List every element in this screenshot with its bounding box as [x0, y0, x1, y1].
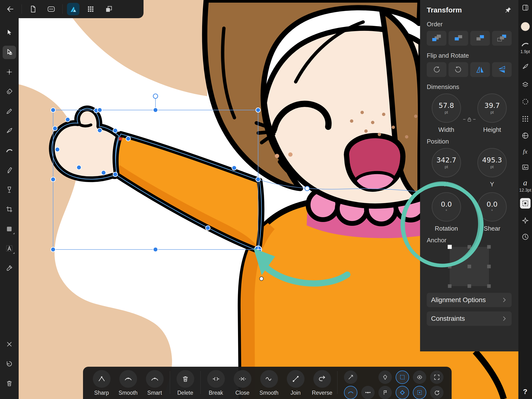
panel-layout-button[interactable]	[521, 4, 529, 12]
anchor-top-right[interactable]	[487, 245, 491, 249]
move-backward-button[interactable]	[470, 31, 490, 46]
anchor-bottom-left[interactable]	[448, 285, 451, 288]
document-button[interactable]	[26, 2, 40, 16]
width-dial[interactable]: 57.8 pt	[432, 94, 461, 123]
node-action-smooth[interactable]: Smooth	[115, 370, 141, 396]
layers-panel-button[interactable]	[521, 81, 529, 89]
fill-tool[interactable]	[3, 183, 16, 196]
affinity-designer-logo[interactable]	[67, 3, 79, 15]
alignment-options-label: Alignment Options	[431, 296, 486, 304]
x-dial[interactable]: 342.7 pt	[432, 148, 461, 177]
text-tool[interactable]	[3, 242, 16, 255]
node-action-join[interactable]: Join	[282, 370, 309, 396]
more-options-button[interactable]	[44, 2, 58, 16]
ellipsis-icon	[47, 5, 55, 13]
node-tool[interactable]	[3, 46, 16, 59]
anchor-middle-left[interactable]	[448, 265, 451, 268]
anchor-top-center[interactable]	[467, 245, 471, 249]
transform-mode-toggle[interactable]	[344, 371, 357, 384]
rotate-counterclockwise-button[interactable]	[449, 62, 468, 77]
stroke-panel-button[interactable]: 1.9pt	[520, 41, 530, 54]
selected-node-red[interactable]	[119, 137, 122, 140]
rotate-ccw-icon	[453, 65, 464, 74]
y-dial[interactable]: 495.3 pt	[477, 148, 507, 177]
media-panel-button[interactable]	[521, 163, 529, 171]
paint-brush-tool[interactable]	[3, 124, 16, 138]
marquee-select-toggle[interactable]	[396, 371, 409, 384]
preview-toggle[interactable]	[413, 371, 426, 384]
typography-panel-button[interactable]: a 12.3pt	[519, 179, 531, 193]
flip-horizontal-button[interactable]	[470, 62, 490, 77]
color-swatch-button[interactable]	[521, 22, 530, 31]
pencil-tool[interactable]	[3, 105, 16, 118]
effects-panel-button[interactable]: fx	[523, 149, 527, 155]
node-action-delete[interactable]: Delete	[172, 370, 199, 396]
show-handles-toggle[interactable]	[361, 386, 375, 399]
snap-center-toggle[interactable]	[396, 386, 409, 399]
anchor-middle-right[interactable]	[487, 265, 491, 268]
anchor-bottom-right[interactable]	[487, 285, 491, 288]
vector-brush-tool[interactable]	[3, 144, 16, 157]
shear-dial[interactable]: 0.0 °	[477, 192, 507, 222]
crop-tool[interactable]	[3, 203, 16, 216]
constraints-row[interactable]: Constraints	[427, 311, 512, 326]
transform-origin-toggle[interactable]	[413, 386, 426, 399]
zoom-fit-toggle[interactable]	[430, 371, 443, 384]
node-action-sharp[interactable]: Sharp	[88, 370, 115, 396]
node-action-close[interactable]: Close	[229, 370, 256, 396]
point-transform-tool[interactable]	[3, 65, 16, 79]
snapping-button[interactable]	[521, 217, 529, 224]
marker-tool[interactable]	[3, 163, 16, 177]
current-color-swatch	[521, 22, 530, 31]
node-toggle-cluster	[343, 371, 445, 399]
snap-flag-toggle[interactable]	[378, 386, 392, 399]
pen-mode-toggle[interactable]	[378, 371, 392, 384]
reverse-icon	[313, 370, 331, 388]
node-action-reverse[interactable]: Reverse	[309, 370, 335, 396]
rotation-dial[interactable]: 0.0 °	[432, 192, 461, 222]
history-button[interactable]	[3, 357, 16, 371]
anchor-top-left[interactable]	[448, 245, 452, 249]
anchor-selector[interactable]	[450, 247, 489, 286]
delete-button[interactable]	[3, 377, 16, 390]
text-glyph: a	[523, 179, 527, 187]
deselect-button[interactable]	[3, 337, 16, 351]
swatches-panel-button[interactable]	[521, 115, 529, 123]
snap-to-curve-toggle[interactable]	[344, 386, 357, 399]
lock-dash	[463, 119, 466, 120]
anchor-bottom-center[interactable]	[467, 285, 471, 288]
brushes-panel-button[interactable]	[521, 63, 529, 70]
alignment-options-row[interactable]: Alignment Options	[427, 293, 512, 307]
height-dial[interactable]: 39.7 pt	[477, 94, 507, 123]
help-button[interactable]: ?	[523, 387, 527, 396]
move-to-front-button[interactable]	[427, 31, 446, 46]
transform-panel-button[interactable]	[520, 198, 531, 209]
marker-icon	[6, 166, 13, 174]
aspect-lock[interactable]	[463, 116, 475, 122]
panel-title: Transform	[427, 6, 462, 14]
history-panel-button[interactable]	[521, 233, 529, 241]
flip-vertical-button[interactable]	[492, 62, 512, 77]
cycle-selection-toggle[interactable]	[430, 386, 443, 399]
color-picker-tool[interactable]	[3, 261, 16, 275]
pen-tool[interactable]	[3, 85, 16, 98]
grid-options-button[interactable]	[84, 2, 98, 16]
node-action-smooth-curve[interactable]: Smooth	[256, 370, 282, 396]
move-to-back-button[interactable]	[492, 31, 512, 46]
navigator-panel-button[interactable]	[521, 132, 529, 139]
pin-icon[interactable]	[505, 6, 512, 14]
curve-node-hollow[interactable]	[305, 186, 310, 191]
node-action-smart[interactable]: Smart	[141, 370, 168, 396]
rotate-clockwise-button[interactable]	[427, 62, 446, 77]
anchor-center[interactable]	[467, 265, 471, 268]
move-forward-button[interactable]	[449, 31, 468, 46]
back-button[interactable]	[3, 2, 17, 16]
shape-tool[interactable]	[3, 222, 16, 236]
snap-target-node[interactable]	[254, 246, 262, 253]
path-start-node[interactable]	[260, 277, 263, 281]
move-tool[interactable]	[3, 26, 16, 39]
rotation-handle[interactable]	[153, 94, 158, 99]
selection-panel-button[interactable]	[521, 98, 529, 106]
node-action-break[interactable]: Break	[203, 370, 229, 396]
insert-button[interactable]	[102, 2, 116, 16]
